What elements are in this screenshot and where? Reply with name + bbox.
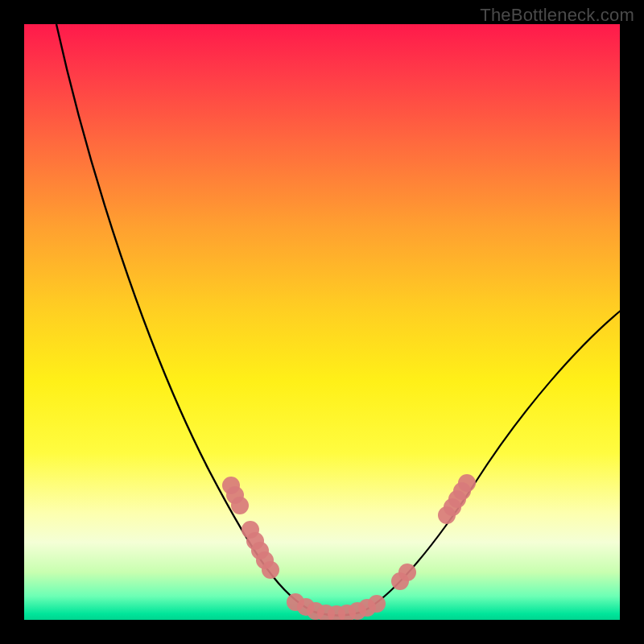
bottleneck-curve [24, 24, 620, 620]
svg-point-18 [398, 564, 416, 581]
svg-point-23 [458, 474, 476, 492]
svg-point-2 [231, 497, 249, 514]
watermark-text: TheBottleneck.com [480, 5, 634, 26]
chart-frame: TheBottleneck.com [0, 0, 644, 644]
plot-area [24, 24, 620, 620]
curve-left-branch [56, 24, 314, 612]
svg-point-16 [368, 595, 386, 613]
svg-point-7 [262, 561, 279, 579]
data-points [222, 474, 476, 620]
